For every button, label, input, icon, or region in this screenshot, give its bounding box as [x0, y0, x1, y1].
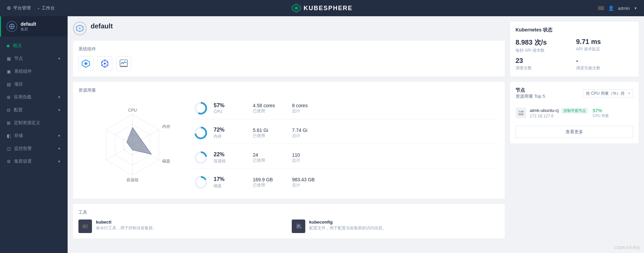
svg-point-62 [522, 111, 523, 112]
radar-chart: CPU 内存 磁盘 容器组 [78, 97, 187, 192]
resource-row-memory: 72% 内存 5.61 Gi 已使用 7.74 Gi 总计 [193, 122, 499, 144]
k8s-schedule-fail-label: 调度失败次数 [576, 65, 633, 71]
sidebar-item-nodes[interactable]: ▦ 节点 ▼ [0, 52, 68, 65]
platform-manage-nav[interactable]: ⚙ 平台管理 [7, 5, 31, 11]
container-ring-chart [193, 150, 208, 165]
disk-percent: 17% [214, 176, 247, 182]
resource-row-container: 22% 容器组 24 已使用 110 总计 [193, 147, 499, 169]
view-more-label: 查看更多 [566, 129, 583, 134]
k8s-api-latency-label: API 请求延迟 [576, 46, 633, 52]
kubectl-name: kubectl [96, 220, 157, 225]
main-content: default . 系统组件 [68, 16, 644, 253]
notification-icon[interactable] [598, 6, 604, 10]
chevron-down-icon: ▼ [57, 57, 61, 61]
monitoring-component-btn[interactable] [116, 56, 131, 71]
overview-dot-icon [7, 43, 9, 48]
memory-total: 7.74 Gi [292, 128, 326, 133]
node-cpu-bar: 57% CPU 用量 [593, 108, 633, 118]
kubeconfig-icon [295, 223, 302, 230]
node-badge: 控制平面节点 [562, 108, 588, 114]
disk-total-label: 总计 [292, 182, 326, 188]
kubesphere-component-btn[interactable] [78, 56, 93, 71]
cluster-subtitle: 集群 [21, 27, 36, 32]
nodes-header: 节点 资源用量 Top 5 按 CPU 用量（%）排按内存用量（%）排 [516, 87, 633, 99]
container-total-label: 总计 [292, 158, 326, 163]
memory-used-label: 已使用 [253, 133, 287, 139]
cluster-name: default [21, 21, 36, 27]
sidebar-item-system-components[interactable]: ▣ 系统组件 [0, 65, 68, 78]
k8s-api-latency-value: 9.71 ms [576, 38, 633, 46]
cpu-label: CPU [214, 109, 247, 114]
monitoring-component-icon [119, 59, 128, 68]
cpu-used: 4.58 cores [253, 103, 287, 108]
sidebar-item-label: 监控告警 [14, 145, 32, 152]
memory-total-label: 总计 [292, 133, 326, 139]
svg-point-9 [7, 45, 9, 47]
svg-line-38 [106, 145, 133, 160]
container-total: 110 [292, 152, 326, 158]
sidebar-item-overview[interactable]: 概况 [0, 39, 68, 52]
node-cpu-pct: 57% [593, 108, 633, 113]
node-name-row: atmk-ubuntu-cj 控制平面节点 [530, 108, 589, 114]
sidebar-item-storage[interactable]: ◧ 存储 ▼ [0, 129, 68, 142]
tools-card: 工具 >_ kubectl 命令行工具，用于控制当前集群。 [73, 204, 505, 238]
projects-icon: ▤ [7, 82, 11, 87]
cpu-total-label: 总计 [292, 108, 326, 114]
node-icon [516, 108, 526, 118]
container-used-label: 已使用 [253, 158, 287, 163]
sidebar-item-custom-resources[interactable]: ⊠ 定制资源定义 [0, 116, 68, 129]
page-subtitle: . [91, 30, 113, 35]
kubernetes-component-icon [100, 59, 109, 68]
sidebar-item-label: 项目 [14, 81, 23, 87]
kubectl-tool: >_ kubectl 命令行工具，用于控制当前集群。 [78, 220, 286, 233]
top-nav-right: 👤 admin ▼ [598, 5, 637, 11]
kubesphere-component-icon [81, 59, 90, 68]
resource-row-cpu: 57% CPU 4.58 cores 已使用 8 cores 总计 [193, 97, 499, 119]
user-icon: 👤 [608, 5, 614, 11]
workbench-nav[interactable]: ● 工作台 [38, 5, 55, 11]
svg-point-63 [522, 114, 523, 115]
sidebar-item-monitoring[interactable]: ◫ 监控告警 ▼ [0, 142, 68, 155]
sidebar-item-config[interactable]: ⊟ 配置 ▼ [0, 104, 68, 116]
circle-dot-icon: ● [38, 6, 40, 10]
k8s-status-title: Kubernetes 状态 [516, 27, 633, 33]
sidebar-item-cluster-settings[interactable]: ⚙ 集群设置 ▼ [0, 155, 68, 168]
k8s-metric-api-rate: 8.983 次/s 每秒 API 请求数 [516, 38, 573, 53]
page-header: default . [73, 22, 505, 35]
chevron-down-icon: ▼ [57, 147, 61, 151]
settings-icon: ⚙ [7, 159, 11, 164]
sidebar-menu: 概况 ▦ 节点 ▼ ▣ 系统组件 ▤ 项目 [0, 37, 68, 170]
view-more-button[interactable]: 查看更多 [516, 126, 633, 138]
k8s-api-rate-value: 8.983 次/s [516, 38, 573, 47]
page-header-icon [73, 22, 87, 35]
sort-select[interactable]: 按 CPU 用量（%）排按内存用量（%）排 [583, 89, 633, 97]
storage-icon: ◧ [7, 133, 11, 138]
k8s-metric-api-latency: 9.71 ms API 请求延迟 [576, 38, 633, 53]
sidebar-item-label: 定制资源定义 [14, 120, 40, 126]
cpu-percent: 57% [214, 102, 247, 109]
component-icons-group [78, 56, 499, 71]
chevron-down-icon: ▼ [57, 95, 61, 99]
kubernetes-component-btn[interactable] [97, 56, 112, 71]
svg-marker-40 [127, 128, 151, 154]
sidebar-item-workloads[interactable]: ⊞ 应用负载 ▼ [0, 91, 68, 104]
page-title: default [91, 22, 113, 30]
system-components-card: 系统组件 [73, 41, 505, 76]
sidebar-item-label: 节点 [14, 55, 23, 62]
cluster-item[interactable]: default 集群 [0, 16, 68, 37]
config-icon: ⊟ [7, 108, 10, 113]
sidebar-item-projects[interactable]: ▤ 项目 [0, 78, 68, 91]
k8s-schedule-count-value: 23 [516, 57, 573, 65]
disk-used: 169.9 GB [253, 177, 287, 182]
radar-svg: CPU 内存 磁盘 容器组 [82, 97, 183, 192]
svg-text:磁盘: 磁盘 [162, 159, 170, 163]
resources-card: 资源用量 [73, 82, 505, 199]
chevron-down-icon: ▼ [57, 134, 61, 138]
cpu-used-label: 已使用 [253, 108, 287, 114]
user-dropdown-icon[interactable]: ▼ [634, 6, 637, 10]
nodes-subtitle: 资源用量 Top 5 [516, 93, 545, 99]
sidebar-item-label: 应用负载 [14, 94, 31, 100]
chevron-down-icon: ▼ [57, 108, 61, 112]
logo: KUBESPHERE [291, 3, 353, 13]
node-row: atmk-ubuntu-cj 控制平面节点 172.18.127.6 57% C… [516, 104, 633, 122]
